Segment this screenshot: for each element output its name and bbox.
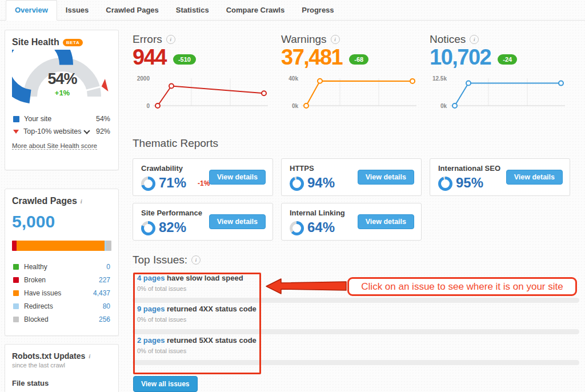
site-performance-percent: 82% — [159, 219, 186, 235]
international-seo-card: International SEO 95% View details — [430, 158, 570, 196]
y-axis-min: 0 — [146, 103, 150, 109]
crawlability-ring — [141, 177, 155, 191]
chevron-down-icon[interactable] — [84, 127, 90, 134]
warnings-delta-badge: -68 — [349, 54, 368, 65]
info-icon[interactable]: i — [331, 35, 340, 44]
notices-metric: Noticesi 10,702 -24 12.5k0k — [430, 33, 574, 110]
issue-title: 2 pages returned 5XX status code — [137, 336, 257, 345]
notices-delta-badge: -24 — [498, 54, 517, 65]
issue-progress-bar — [133, 298, 579, 303]
tab-statistics[interactable]: Statistics — [167, 1, 218, 20]
https-percent: 94% — [307, 175, 335, 191]
annotation-callout: Click on an issue to see where it is on … — [347, 277, 577, 296]
legend-row-redirects: Redirects 80 — [12, 299, 111, 313]
site-health-more-link[interactable]: More about Site Health score — [12, 142, 97, 150]
site-performance-label: Site Performance — [141, 209, 202, 217]
have-issues-label: Have issues — [24, 289, 61, 297]
info-icon[interactable]: i — [470, 35, 479, 44]
your-site-label: Your site — [24, 115, 51, 123]
site-performance-ring — [141, 221, 155, 235]
view-details-button[interactable]: View details — [358, 170, 414, 185]
metric-value-2: 10,702 — [430, 46, 491, 69]
beta-badge: BETA — [63, 39, 83, 46]
broken-label: Broken — [24, 276, 46, 284]
top10-label: Top-10% websites — [23, 127, 81, 135]
internal-linking-ring — [290, 221, 304, 235]
crawled-pages-bar-segment[interactable] — [17, 241, 105, 251]
warnings-metric: Warningsi 37,481 -68 40k0k — [281, 33, 425, 110]
top-issues-heading: Top Issues:i — [133, 254, 201, 266]
site-health-panel: Site Health BETA 54% +1% Your site 54% T… — [5, 30, 119, 170]
internal-linking-label: Internal Linking — [290, 209, 345, 217]
benchmark-marker-icon — [13, 130, 19, 134]
broken-count-link[interactable]: 227 — [99, 276, 110, 284]
crawled-pages-panel: Crawled Pages i 5,000 Healthy 0 Broken 2… — [5, 189, 119, 336]
have-issues-swatch — [13, 290, 19, 296]
international-seo-label: International SEO — [438, 164, 500, 173]
blocked-count-link[interactable]: 256 — [99, 315, 110, 323]
crawled-pages-bar-segment[interactable] — [106, 241, 111, 251]
legend-row-top10: Top-10% websites 92% — [12, 125, 111, 138]
tab-crawled-pages[interactable]: Crawled Pages — [97, 1, 167, 20]
healthy-count-link[interactable]: 0 — [106, 263, 110, 271]
errors-delta-badge: -510 — [173, 54, 196, 65]
issue-count-link[interactable]: 2 pages — [137, 336, 165, 345]
blocked-label: Blocked — [24, 315, 49, 323]
view-details-button[interactable]: View details — [209, 214, 266, 229]
info-icon[interactable]: i — [81, 198, 82, 205]
blocked-swatch — [13, 317, 19, 322]
legend-row-healthy: Healthy 0 — [12, 260, 111, 273]
crawlability-label: Crawlability — [141, 164, 183, 173]
y-axis-max: 40k — [289, 75, 298, 82]
crawled-pages-value: 5,000 — [12, 212, 111, 231]
view-details-button[interactable]: View details — [358, 214, 414, 229]
crawlability-delta: -1% — [198, 179, 210, 187]
issue-subtext: 0% of total issues — [137, 347, 186, 354]
site-health-title: Site Health — [12, 37, 59, 47]
warnings-title: Warnings — [281, 33, 327, 46]
legend-row-have-issues: Have issues 4,437 — [12, 286, 111, 299]
info-icon[interactable]: i — [89, 353, 90, 359]
issue-subtext: 0% of total issues — [137, 316, 186, 323]
site-audit-overview-page: Overview Issues Crawled Pages Statistics… — [0, 0, 585, 392]
robots-txt-panel: Robots.txt Updates i since the last craw… — [5, 344, 119, 392]
have-issues-count-link[interactable]: 4,437 — [93, 289, 110, 297]
site-health-gauge-wrap: 54% +1% — [12, 50, 113, 109]
tab-overview[interactable]: Overview — [6, 0, 57, 21]
legend-row-blocked: Blocked 256 — [12, 313, 111, 326]
https-card: HTTPS 94% View details — [281, 158, 422, 196]
redirects-label: Redirects — [24, 302, 53, 310]
redirects-count-link[interactable]: 80 — [103, 302, 110, 310]
tab-progress[interactable]: Progress — [293, 1, 342, 20]
view-details-button[interactable]: View details — [209, 170, 266, 185]
view-all-issues-button[interactable]: View all issues — [133, 376, 198, 392]
crawlability-percent: 71% — [159, 175, 186, 191]
internal-linking-card: Internal Linking 64% View details — [281, 203, 422, 241]
metric-value-0: 944 — [133, 46, 166, 69]
tab-issues[interactable]: Issues — [57, 1, 97, 20]
crawled-pages-bar-segment[interactable] — [12, 241, 17, 251]
issue-count-link[interactable]: 4 pages — [137, 274, 165, 282]
your-site-value: 54% — [96, 115, 110, 123]
issue-title: 4 pages have slow load speed — [137, 274, 243, 282]
robots-file-status-label: File status — [12, 379, 111, 387]
crawled-pages-bar — [12, 241, 111, 251]
warnings-trend-chart — [300, 75, 418, 110]
annotation-arrow-icon — [264, 276, 348, 297]
site-health-score: 54% — [12, 70, 113, 88]
internal-linking-percent: 64% — [307, 219, 335, 235]
robots-txt-title: Robots.txt Updates — [12, 351, 85, 361]
redirects-swatch — [13, 303, 19, 309]
info-icon[interactable]: i — [166, 35, 175, 44]
legend-row-your-site: Your site 54% — [12, 113, 111, 125]
issue-count-link[interactable]: 9 pages — [137, 305, 165, 313]
view-details-button[interactable]: View details — [506, 170, 563, 185]
info-icon[interactable]: i — [191, 255, 201, 265]
tab-compare-crawls[interactable]: Compare Crawls — [218, 1, 294, 20]
y-axis-min: 0k — [440, 103, 447, 109]
international-seo-ring — [438, 177, 452, 191]
site-performance-card: Site Performance 82% View details — [133, 203, 273, 241]
errors-trend-chart — [152, 75, 269, 110]
healthy-label: Healthy — [24, 263, 47, 271]
metric-value-1: 37,481 — [281, 46, 342, 69]
